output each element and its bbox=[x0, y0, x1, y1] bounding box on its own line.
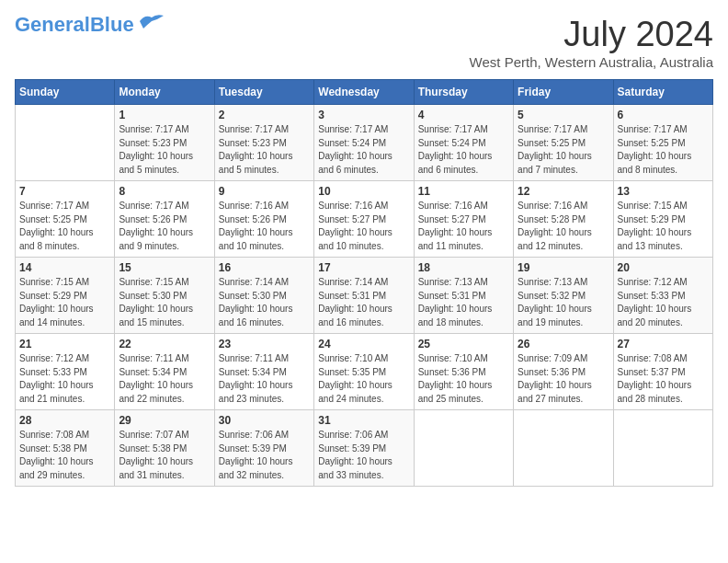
day-number: 6 bbox=[618, 109, 709, 121]
calendar-cell: 11Sunrise: 7:16 AMSunset: 5:27 PMDayligh… bbox=[414, 181, 513, 258]
day-number: 7 bbox=[19, 185, 110, 198]
logo-bird-icon bbox=[138, 12, 165, 30]
day-info: Sunrise: 7:15 AMSunset: 5:29 PMDaylight:… bbox=[19, 276, 110, 329]
day-info: Sunrise: 7:17 AMSunset: 5:24 PMDaylight:… bbox=[318, 123, 409, 177]
day-number: 5 bbox=[518, 109, 609, 121]
header-day-wednesday: Wednesday bbox=[314, 80, 414, 105]
calendar-cell: 10Sunrise: 7:16 AMSunset: 5:27 PMDayligh… bbox=[314, 181, 414, 258]
day-number: 10 bbox=[318, 185, 409, 198]
day-number: 24 bbox=[318, 338, 409, 350]
calendar-cell bbox=[613, 410, 712, 487]
calendar-cell: 13Sunrise: 7:15 AMSunset: 5:29 PMDayligh… bbox=[613, 181, 712, 258]
subtitle: West Perth, Western Australia, Australia bbox=[470, 54, 713, 70]
header-day-thursday: Thursday bbox=[414, 80, 513, 105]
calendar-cell: 17Sunrise: 7:14 AMSunset: 5:31 PMDayligh… bbox=[314, 258, 414, 334]
calendar-cell: 27Sunrise: 7:08 AMSunset: 5:37 PMDayligh… bbox=[613, 334, 712, 410]
day-info: Sunrise: 7:06 AMSunset: 5:39 PMDaylight:… bbox=[219, 429, 310, 482]
calendar-cell: 21Sunrise: 7:12 AMSunset: 5:33 PMDayligh… bbox=[16, 334, 115, 410]
day-number: 21 bbox=[19, 338, 110, 350]
calendar-cell: 5Sunrise: 7:17 AMSunset: 5:25 PMDaylight… bbox=[514, 105, 613, 181]
day-number: 19 bbox=[518, 261, 609, 274]
day-info: Sunrise: 7:17 AMSunset: 5:25 PMDaylight:… bbox=[19, 200, 110, 253]
title-area: July 2024 West Perth, Western Australia,… bbox=[470, 15, 713, 70]
calendar-cell bbox=[414, 410, 513, 487]
day-number: 2 bbox=[219, 109, 310, 121]
calendar-cell: 16Sunrise: 7:14 AMSunset: 5:30 PMDayligh… bbox=[214, 258, 313, 334]
calendar-cell: 31Sunrise: 7:06 AMSunset: 5:39 PMDayligh… bbox=[314, 410, 414, 487]
calendar-cell: 1Sunrise: 7:17 AMSunset: 5:23 PMDaylight… bbox=[115, 105, 214, 181]
calendar-cell: 6Sunrise: 7:17 AMSunset: 5:25 PMDaylight… bbox=[613, 105, 712, 181]
day-info: Sunrise: 7:07 AMSunset: 5:38 PMDaylight:… bbox=[119, 429, 210, 482]
day-number: 12 bbox=[518, 185, 609, 198]
day-number: 22 bbox=[119, 338, 210, 350]
week-row-1: 1Sunrise: 7:17 AMSunset: 5:23 PMDaylight… bbox=[16, 105, 713, 181]
logo-blue: Blue bbox=[90, 13, 134, 36]
calendar-cell: 3Sunrise: 7:17 AMSunset: 5:24 PMDaylight… bbox=[314, 105, 414, 181]
day-info: Sunrise: 7:10 AMSunset: 5:36 PMDaylight:… bbox=[418, 352, 509, 406]
day-info: Sunrise: 7:17 AMSunset: 5:25 PMDaylight:… bbox=[518, 123, 609, 177]
calendar-cell bbox=[514, 410, 613, 487]
day-info: Sunrise: 7:16 AMSunset: 5:27 PMDaylight:… bbox=[418, 200, 509, 253]
calendar-cell: 9Sunrise: 7:16 AMSunset: 5:26 PMDaylight… bbox=[214, 181, 313, 258]
calendar-cell: 4Sunrise: 7:17 AMSunset: 5:24 PMDaylight… bbox=[414, 105, 513, 181]
calendar-cell bbox=[16, 105, 115, 181]
calendar-body: 1Sunrise: 7:17 AMSunset: 5:23 PMDaylight… bbox=[16, 105, 713, 487]
calendar-cell: 22Sunrise: 7:11 AMSunset: 5:34 PMDayligh… bbox=[115, 334, 214, 410]
header-day-monday: Monday bbox=[115, 80, 214, 105]
day-info: Sunrise: 7:16 AMSunset: 5:26 PMDaylight:… bbox=[219, 200, 310, 253]
day-number: 4 bbox=[418, 109, 509, 121]
calendar-cell: 2Sunrise: 7:17 AMSunset: 5:23 PMDaylight… bbox=[214, 105, 313, 181]
day-number: 11 bbox=[418, 185, 509, 198]
day-number: 25 bbox=[418, 338, 509, 350]
day-number: 28 bbox=[19, 414, 110, 427]
day-number: 27 bbox=[618, 338, 709, 350]
logo: GeneralBlue bbox=[15, 15, 165, 35]
calendar-cell: 8Sunrise: 7:17 AMSunset: 5:26 PMDaylight… bbox=[115, 181, 214, 258]
day-info: Sunrise: 7:17 AMSunset: 5:24 PMDaylight:… bbox=[418, 123, 509, 177]
calendar-table: SundayMondayTuesdayWednesdayThursdayFrid… bbox=[15, 79, 713, 487]
day-number: 31 bbox=[318, 414, 409, 427]
calendar-cell: 25Sunrise: 7:10 AMSunset: 5:36 PMDayligh… bbox=[414, 334, 513, 410]
calendar-cell: 28Sunrise: 7:08 AMSunset: 5:38 PMDayligh… bbox=[16, 410, 115, 487]
day-info: Sunrise: 7:06 AMSunset: 5:39 PMDaylight:… bbox=[318, 429, 409, 482]
logo-general: General bbox=[15, 13, 90, 36]
day-info: Sunrise: 7:16 AMSunset: 5:27 PMDaylight:… bbox=[318, 200, 409, 253]
header-row: SundayMondayTuesdayWednesdayThursdayFrid… bbox=[16, 80, 713, 105]
day-info: Sunrise: 7:16 AMSunset: 5:28 PMDaylight:… bbox=[518, 200, 609, 253]
day-number: 3 bbox=[318, 109, 409, 121]
day-info: Sunrise: 7:12 AMSunset: 5:33 PMDaylight:… bbox=[19, 352, 110, 406]
week-row-4: 21Sunrise: 7:12 AMSunset: 5:33 PMDayligh… bbox=[16, 334, 713, 410]
logo-text: GeneralBlue bbox=[15, 15, 134, 35]
calendar-cell: 23Sunrise: 7:11 AMSunset: 5:34 PMDayligh… bbox=[214, 334, 313, 410]
calendar-cell: 7Sunrise: 7:17 AMSunset: 5:25 PMDaylight… bbox=[16, 181, 115, 258]
day-number: 1 bbox=[119, 109, 210, 121]
day-info: Sunrise: 7:13 AMSunset: 5:31 PMDaylight:… bbox=[418, 276, 509, 329]
page-header: GeneralBlue July 2024 West Perth, Wester… bbox=[15, 15, 713, 70]
day-info: Sunrise: 7:08 AMSunset: 5:38 PMDaylight:… bbox=[19, 429, 110, 482]
calendar-cell: 26Sunrise: 7:09 AMSunset: 5:36 PMDayligh… bbox=[514, 334, 613, 410]
calendar-cell: 15Sunrise: 7:15 AMSunset: 5:30 PMDayligh… bbox=[115, 258, 214, 334]
day-info: Sunrise: 7:15 AMSunset: 5:29 PMDaylight:… bbox=[618, 200, 709, 253]
day-info: Sunrise: 7:11 AMSunset: 5:34 PMDaylight:… bbox=[119, 352, 210, 406]
day-info: Sunrise: 7:17 AMSunset: 5:26 PMDaylight:… bbox=[119, 200, 210, 253]
day-info: Sunrise: 7:17 AMSunset: 5:23 PMDaylight:… bbox=[119, 123, 210, 177]
main-title: July 2024 bbox=[470, 15, 713, 54]
day-number: 26 bbox=[518, 338, 609, 350]
week-row-5: 28Sunrise: 7:08 AMSunset: 5:38 PMDayligh… bbox=[16, 410, 713, 487]
calendar-cell: 12Sunrise: 7:16 AMSunset: 5:28 PMDayligh… bbox=[514, 181, 613, 258]
day-info: Sunrise: 7:11 AMSunset: 5:34 PMDaylight:… bbox=[219, 352, 310, 406]
day-number: 14 bbox=[19, 261, 110, 274]
day-number: 9 bbox=[219, 185, 310, 198]
day-number: 13 bbox=[618, 185, 709, 198]
day-number: 8 bbox=[119, 185, 210, 198]
day-info: Sunrise: 7:14 AMSunset: 5:30 PMDaylight:… bbox=[219, 276, 310, 329]
calendar-cell: 30Sunrise: 7:06 AMSunset: 5:39 PMDayligh… bbox=[214, 410, 313, 487]
calendar-cell: 14Sunrise: 7:15 AMSunset: 5:29 PMDayligh… bbox=[16, 258, 115, 334]
header-day-tuesday: Tuesday bbox=[214, 80, 313, 105]
header-day-friday: Friday bbox=[514, 80, 613, 105]
day-info: Sunrise: 7:17 AMSunset: 5:25 PMDaylight:… bbox=[618, 123, 709, 177]
calendar-cell: 20Sunrise: 7:12 AMSunset: 5:33 PMDayligh… bbox=[613, 258, 712, 334]
day-number: 15 bbox=[119, 261, 210, 274]
day-number: 29 bbox=[119, 414, 210, 427]
day-info: Sunrise: 7:17 AMSunset: 5:23 PMDaylight:… bbox=[219, 123, 310, 177]
